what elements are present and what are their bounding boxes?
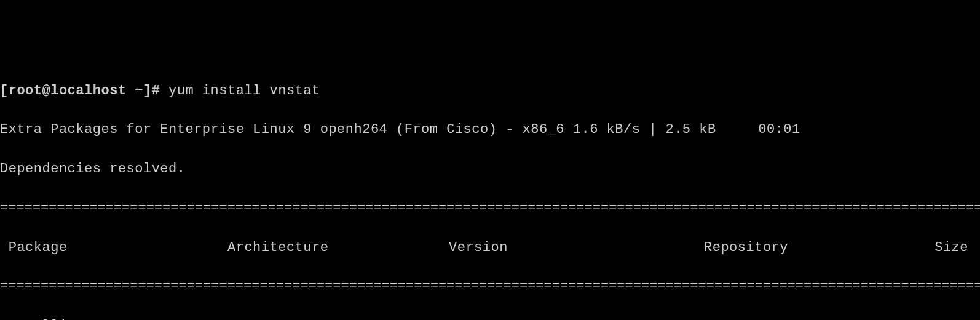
col-repo: Repository <box>704 238 891 258</box>
installing-label: Installing: <box>0 316 980 320</box>
shell-command: yum install vnstat <box>168 83 320 98</box>
table-header-row: PackageArchitectureVersionRepositorySize <box>0 238 980 258</box>
col-arch: Architecture <box>227 238 449 258</box>
divider: ========================================… <box>0 199 980 218</box>
deps-resolved-line: Dependencies resolved. <box>0 159 980 179</box>
repo-status-line: Extra Packages for Enterprise Linux 9 op… <box>0 120 980 140</box>
col-package: Package <box>0 238 227 258</box>
shell-prompt-line: [root@localhost ~]# yum install vnstat <box>0 81 980 101</box>
shell-prompt: [root@localhost ~]# <box>0 83 168 98</box>
col-version: Version <box>449 238 704 258</box>
divider: ========================================… <box>0 277 980 297</box>
col-size: Size <box>891 238 968 258</box>
